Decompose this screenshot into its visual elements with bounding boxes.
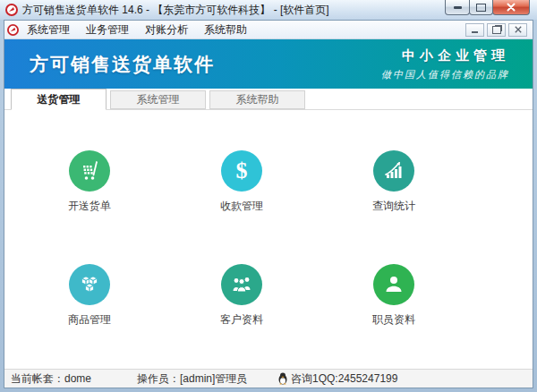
minimize-icon [454,6,462,9]
menu-reconcile-analysis[interactable]: 对账分析 [137,21,196,38]
mdi-restore-icon [492,26,501,34]
module-label: 查询统计 [318,199,470,214]
mdi-close-icon [515,26,522,33]
customers-icon [230,273,253,296]
app-window: 方可销售送货单软件 14.6 - 【东莞市方可软件科技】 - [软件首页] 系统… [0,0,537,392]
menu-system-manage[interactable]: 系统管理 [19,21,78,38]
maximize-icon [476,4,486,12]
menu-business-manage[interactable]: 业务管理 [78,21,137,38]
module-customer-data[interactable]: 客户资料 [166,264,318,328]
tab-delivery-manage[interactable]: 送货管理 [11,89,107,110]
app-logo-small-icon [7,24,19,36]
main-content: 开送货单 $ 收款管理 [4,110,533,369]
module-label: 开送货单 [13,199,166,214]
status-qq: 咨询1QQ:2455247199 [277,371,397,387]
chart-icon [382,159,405,183]
window-title: 方可销售送货单软件 14.6 - 【东莞市方可软件科技】 - [软件首页] [22,3,329,18]
status-qq-text: 咨询1QQ:2455247199 [291,371,397,387]
header-banner: 方可销售送货单软件 中小企业管理 做中国人值得信赖的品牌 [4,39,533,89]
module-employee-data[interactable]: 职员资料 [318,264,470,328]
close-button[interactable] [492,0,530,15]
module-label: 客户资料 [166,312,318,328]
app-logo-icon [5,4,18,16]
employee-icon [382,273,405,296]
module-query-statistics[interactable]: 查询统计 [318,150,470,214]
tab-bar: 送货管理 系统管理 系统帮助 [4,89,533,110]
module-product-manage[interactable]: 商品管理 [13,264,166,328]
module-label: 商品管理 [13,312,166,328]
status-bar: 当前帐套：dome 操作员：[admin]管理员 咨询1QQ:245524719… [4,369,533,388]
banner-tagline: 中小企业管理 [381,47,509,64]
minimize-button[interactable] [445,0,470,15]
module-payment-manage[interactable]: $ 收款管理 [166,150,318,214]
cart-icon [78,159,101,183]
mdi-minimize-icon [472,31,478,33]
module-label: 收款管理 [166,199,318,214]
app-frame: 系统管理 业务管理 对账分析 系统帮助 方可销售送货单软件 中小企业管理 做中国… [4,20,533,388]
qq-penguin-icon [277,372,288,385]
banner-slogan: 做中国人值得信赖的品牌 [381,68,509,81]
title-bar: 方可销售送货单软件 14.6 - 【东莞市方可软件科技】 - [软件首页] [0,0,537,20]
module-create-delivery-note[interactable]: 开送货单 [13,150,166,214]
tab-system-manage[interactable]: 系统管理 [110,90,206,109]
module-grid: 开送货单 $ 收款管理 [13,150,533,328]
status-account: 当前帐套：dome [4,371,137,387]
banner-title: 方可销售送货单软件 [30,52,215,77]
mdi-close-button[interactable] [508,23,527,37]
cubes-icon [78,273,101,296]
menu-system-help[interactable]: 系统帮助 [196,21,255,38]
tab-system-help[interactable]: 系统帮助 [209,90,305,109]
mdi-minimize-button[interactable] [465,23,484,37]
close-icon [507,3,516,12]
maximize-button[interactable] [469,0,493,15]
mdi-restore-button[interactable] [487,23,506,37]
menu-bar: 系统管理 业务管理 对账分析 系统帮助 [4,21,533,39]
status-operator: 操作员：[admin]管理员 [137,371,277,387]
dollar-icon: $ [236,159,248,183]
module-label: 职员资料 [318,312,470,328]
